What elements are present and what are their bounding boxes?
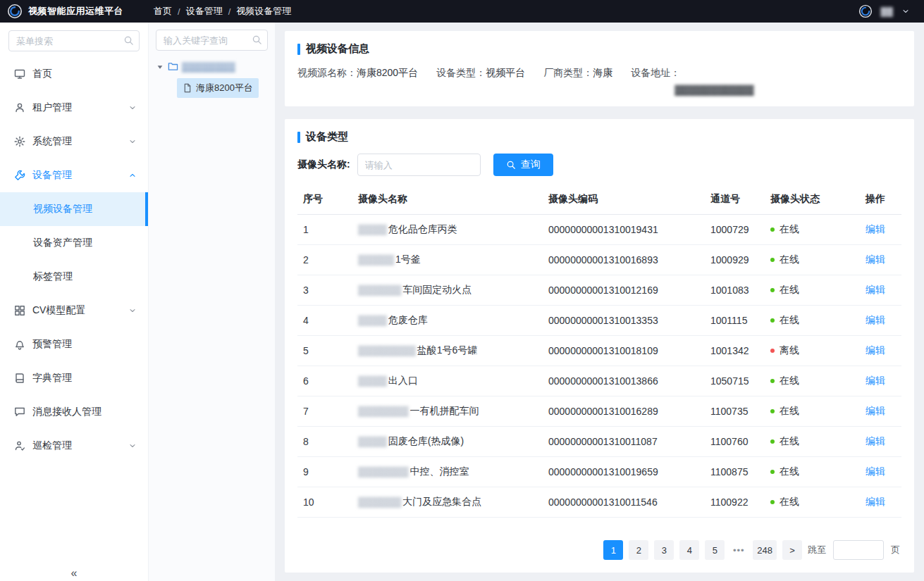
sidebar-item-device[interactable]: 设备管理 xyxy=(0,158,148,192)
device-tree-panel: ▓▓▓▓▓▓▓▓ 海康8200平台 xyxy=(148,23,275,581)
query-button[interactable]: 查询 xyxy=(493,154,553,176)
cell-status: 在线 xyxy=(765,215,860,245)
edit-link[interactable]: 编辑 xyxy=(866,223,885,235)
status-text: 在线 xyxy=(780,496,799,508)
chevron-down-icon[interactable] xyxy=(901,7,910,15)
sidebar-item-message-receiver[interactable]: 消息接收人管理 xyxy=(0,395,148,429)
topbar: 视频智能应用运维平台 首页/设备管理/视频设备管理 ▓▓ xyxy=(0,0,924,23)
sidebar-menu: 首页租户管理系统管理设备管理视频设备管理设备资产管理标签管理CV模型配置预警管理… xyxy=(0,57,148,463)
sidebar: 首页租户管理系统管理设备管理视频设备管理设备资产管理标签管理CV模型配置预警管理… xyxy=(0,23,148,581)
sidebar-item-alert[interactable]: 预警管理 xyxy=(0,327,148,361)
status-dot xyxy=(770,227,775,232)
last-page-button[interactable]: 248 xyxy=(753,540,777,560)
table-row: 7▓▓▓▓▓▓▓一有机拼配车间0000000000131001628911007… xyxy=(297,396,901,427)
redacted-text: ▓▓▓▓▓▓ xyxy=(358,284,401,295)
tree-node-selected[interactable]: 海康8200平台 xyxy=(177,78,259,98)
next-page-button[interactable]: > xyxy=(782,540,802,560)
table-row: 8▓▓▓▓固废仓库(热成像)00000000001310011087110076… xyxy=(297,427,901,457)
sidebar-subitem-video-device[interactable]: 视频设备管理 xyxy=(0,192,148,226)
cell-no: 4 xyxy=(297,306,352,336)
breadcrumb-item[interactable]: 视频设备管理 xyxy=(236,5,291,18)
edit-link[interactable]: 编辑 xyxy=(866,284,885,295)
page-ellipsis[interactable]: ••• xyxy=(730,545,747,556)
tree-node-root[interactable]: ▓▓▓▓▓▓▓▓ xyxy=(156,61,268,72)
menu-search xyxy=(8,30,140,51)
cell-channel: 1000729 xyxy=(705,215,765,245)
gear-icon xyxy=(14,136,25,147)
cell-action: 编辑 xyxy=(860,336,901,366)
edit-link[interactable]: 编辑 xyxy=(866,375,885,386)
status-dot xyxy=(770,500,775,504)
table-row: 3▓▓▓▓▓▓车间固定动火点00000000001310012169100108… xyxy=(297,275,901,306)
camera-name: 车间固定动火点 xyxy=(402,284,472,295)
page-button[interactable]: 1 xyxy=(603,540,623,560)
jump-label: 跳至 xyxy=(808,544,826,556)
column-header: 通道号 xyxy=(705,185,765,215)
status-badge: 在线 xyxy=(770,375,854,387)
edit-link[interactable]: 编辑 xyxy=(866,466,885,477)
cell-action: 编辑 xyxy=(860,245,901,275)
app-brand: 视频智能应用运维平台 xyxy=(0,4,148,19)
cell-status: 离线 xyxy=(765,336,860,366)
cell-name: ▓▓▓▓▓▓车间固定动火点 xyxy=(352,275,543,306)
column-header: 操作 xyxy=(860,185,901,215)
query-button-label: 查询 xyxy=(521,158,541,171)
sidebar-item-system[interactable]: 系统管理 xyxy=(0,125,148,158)
sidebar-subitem-tag[interactable]: 标签管理 xyxy=(0,260,148,294)
edit-link[interactable]: 编辑 xyxy=(866,405,885,416)
page-button[interactable]: 3 xyxy=(654,540,674,560)
status-badge: 在线 xyxy=(770,496,854,508)
table-row: 4▓▓▓▓危废仓库000000000013100133531001115在线编辑 xyxy=(297,306,901,336)
edit-link[interactable]: 编辑 xyxy=(866,254,885,265)
edit-link[interactable]: 编辑 xyxy=(866,344,885,356)
status-badge: 在线 xyxy=(770,435,854,448)
page-button[interactable]: 5 xyxy=(705,540,725,560)
page-button[interactable]: 2 xyxy=(629,540,648,560)
cell-name: ▓▓▓▓固废仓库(热成像) xyxy=(352,427,543,457)
camera-name: 中控、消控室 xyxy=(409,466,469,477)
title-accent-bar xyxy=(297,132,300,143)
breadcrumb-item[interactable]: 设备管理 xyxy=(186,5,223,18)
caret-down-icon[interactable] xyxy=(156,63,164,71)
user-avatar[interactable] xyxy=(858,4,873,18)
camera-name-input[interactable] xyxy=(357,154,481,176)
cell-name: ▓▓▓▓出入口 xyxy=(352,366,543,396)
sidebar-item-cv-model[interactable]: CV模型配置 xyxy=(0,294,148,327)
cell-code: 00000000001310013866 xyxy=(543,366,705,396)
table-body: 1▓▓▓▓危化品仓库丙类000000000013100194311000729在… xyxy=(297,215,901,518)
redacted-text: ▓▓▓▓ xyxy=(358,223,387,235)
tool-icon xyxy=(14,170,25,181)
edit-link[interactable]: 编辑 xyxy=(866,496,885,507)
table-row: 1▓▓▓▓危化品仓库丙类000000000013100194311000729在… xyxy=(297,215,901,245)
chevron-down-icon xyxy=(128,137,137,146)
cell-no: 6 xyxy=(297,366,352,396)
status-dot xyxy=(770,288,775,292)
cell-code: 00000000001310018109 xyxy=(543,336,705,366)
status-badge: 在线 xyxy=(770,223,854,236)
cell-action: 编辑 xyxy=(860,215,901,245)
table-row: 10▓▓▓▓▓▓大门及应急集合点000000000013100115461100… xyxy=(297,487,901,518)
sidebar-item-tenant[interactable]: 租户管理 xyxy=(0,91,148,125)
sidebar-item-home[interactable]: 首页 xyxy=(0,57,148,91)
app-title: 视频智能应用运维平台 xyxy=(28,5,123,18)
sidebar-collapse-button[interactable]: « xyxy=(0,567,148,580)
edit-link[interactable]: 编辑 xyxy=(866,314,885,325)
chevron-up-icon xyxy=(128,171,137,180)
status-text: 在线 xyxy=(780,254,799,266)
edit-link[interactable]: 编辑 xyxy=(866,435,885,446)
sidebar-subitem-device-asset[interactable]: 设备资产管理 xyxy=(0,226,148,260)
page-button[interactable]: 4 xyxy=(679,540,699,560)
menu-search-input[interactable] xyxy=(8,30,140,51)
status-badge: 在线 xyxy=(770,254,854,266)
sidebar-item-dictionary[interactable]: 字典管理 xyxy=(0,361,148,395)
redacted-text: ▓▓▓▓▓▓▓ xyxy=(358,405,408,416)
breadcrumb: 首页/设备管理/视频设备管理 xyxy=(148,5,291,18)
breadcrumb-item[interactable]: 首页 xyxy=(154,5,172,18)
status-dot xyxy=(770,439,775,444)
search-icon xyxy=(252,35,262,45)
sidebar-item-patrol[interactable]: 巡检管理 xyxy=(0,429,148,463)
jump-page-input[interactable] xyxy=(833,540,884,560)
cell-channel: 1001083 xyxy=(705,275,765,306)
sidebar-item-label: 租户管理 xyxy=(32,101,72,114)
camera-name: 危废仓库 xyxy=(388,314,428,325)
